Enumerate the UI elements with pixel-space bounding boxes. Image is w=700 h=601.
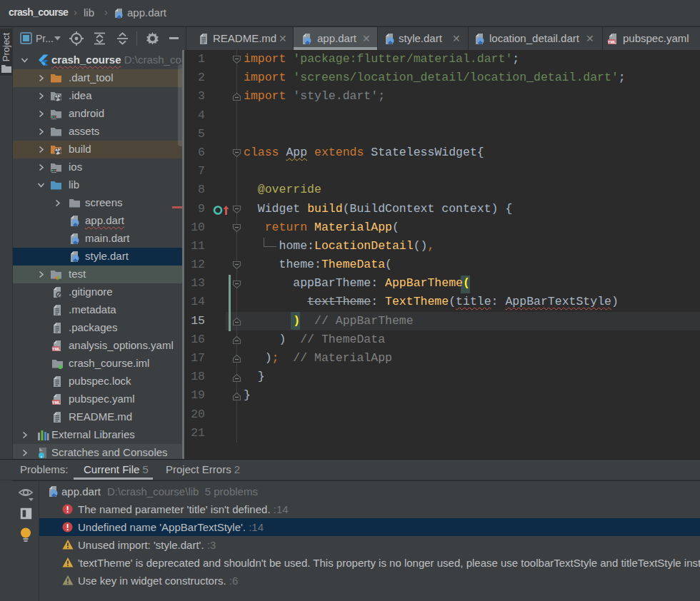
svg-text:YML: YML	[52, 347, 61, 351]
svg-text:YML: YML	[52, 400, 61, 405]
svg-text:YML: YML	[608, 40, 616, 44]
